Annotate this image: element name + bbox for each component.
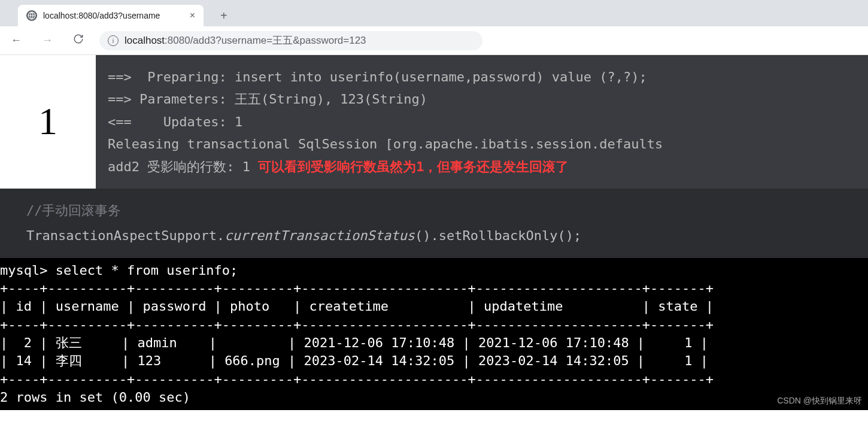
browser-tab[interactable]: localhost:8080/add3?username ×	[18, 5, 204, 26]
table-row: | 14 | 李四 | 123 | 666.png | 2023-02-14 1…	[0, 353, 708, 368]
site-info-icon[interactable]: i	[108, 35, 119, 46]
mysql-prompt: mysql> select * from userinfo;	[0, 263, 238, 278]
mysql-terminal: mysql> select * from userinfo; +----+---…	[0, 258, 868, 411]
table-divider: +----+----------+----------+---------+--…	[0, 372, 714, 387]
url-input[interactable]: i localhost:8080/add3?username=王五&passwo…	[99, 31, 482, 50]
table-row: | 2 | 张三 | admin | | 2021-12-06 17:10:48…	[0, 335, 708, 350]
tab-title: localhost:8080/add3?username	[43, 11, 184, 20]
close-icon[interactable]: ×	[190, 10, 195, 21]
console-log: ==> Preparing: insert into userinfo(user…	[96, 55, 868, 189]
browser-chrome: localhost:8080/add3?username × + ← → i l…	[0, 0, 868, 55]
url-text: localhost:8080/add3?username=王五&password…	[125, 34, 366, 47]
reload-button[interactable]	[68, 31, 89, 50]
code-section: //手动回滚事务 TransactionAspectSupport.curren…	[0, 189, 868, 258]
watermark: CSDN @快到锅里来呀	[777, 395, 862, 406]
code-line: TransactionAspectSupport.currentTransact…	[26, 223, 842, 248]
result-footer: 2 rows in set (0.00 sec)	[0, 390, 190, 405]
code-comment: //手动回滚事务	[26, 198, 842, 223]
address-bar: ← → i localhost:8080/add3?username=王五&pa…	[0, 26, 868, 55]
step-number: 1	[0, 55, 96, 189]
back-button[interactable]: ←	[6, 32, 26, 49]
forward-button[interactable]: →	[37, 32, 57, 49]
red-annotation: 可以看到受影响行数虽然为1，但事务还是发生回滚了	[258, 159, 569, 174]
table-divider: +----+----------+----------+---------+--…	[0, 317, 714, 332]
globe-icon	[26, 10, 37, 21]
tab-bar: localhost:8080/add3?username × +	[0, 0, 868, 26]
table-header: | id | username | password | photo | cre…	[0, 299, 714, 314]
table-divider: +----+----------+----------+---------+--…	[0, 281, 714, 296]
new-tab-button[interactable]: +	[220, 9, 227, 23]
log-section: 1 ==> Preparing: insert into userinfo(us…	[0, 55, 868, 189]
